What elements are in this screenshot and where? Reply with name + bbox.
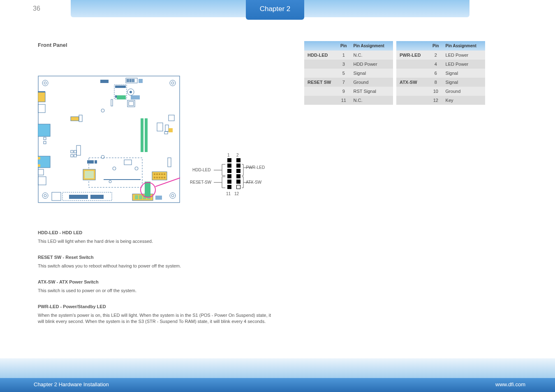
svg-rect-24 [117,95,126,99]
text-pwr-led: When the system's power is on, this LED … [38,312,272,325]
svg-rect-79 [161,173,163,175]
heading-hdd-led: HDD-LED - HDD LED [38,230,82,235]
heading-atx-sw: ATX-SW - ATX Power Switch [38,279,99,284]
text-atx-sw: This switch is used to power on or off t… [38,288,272,294]
svg-rect-32 [38,124,50,136]
svg-rect-62 [90,195,104,199]
table-row: RESET SW7Ground ATX-SW8Signal [304,78,485,87]
chapter-tab: Chapter 2 [246,0,304,20]
svg-rect-61 [69,195,88,199]
heading-reset-sw: RESET SW - Reset Switch [38,255,94,260]
svg-rect-35 [38,164,40,167]
svg-rect-85 [164,177,165,178]
table-row: HDD-LED1N.C. PWR-LED2LED Power [304,51,485,60]
svg-rect-86 [145,182,150,197]
footer-chapter: Chapter 2 Hardware Installation [34,381,109,387]
bottom-banner [0,358,555,378]
svg-rect-29 [38,92,45,102]
svg-rect-48 [71,117,79,121]
text-reset-sw: This switch allows you to reboot without… [38,263,272,269]
pin-assignment-table: Pin Pin Assignment Pin Pin Assignment HD… [304,41,485,105]
svg-rect-78 [159,173,160,175]
svg-rect-14 [100,80,109,83]
svg-point-23 [130,91,132,93]
text-hdd-led: This LED will light when the hard drive … [38,238,272,244]
table-row: 5Signal 6Signal [304,69,485,78]
front-panel-header-zoom: HDD-LED RESET-SW PWR-LED ATX-SW 1 2 11 1… [188,156,275,197]
motherboard-diagram [38,76,180,203]
th-pin-r: Pin [429,41,442,51]
svg-rect-65 [139,195,142,199]
svg-rect-21 [139,79,143,83]
footer-url: www.dfi.com [495,381,525,387]
table-row: 3HDD Power 4LED Power [304,60,485,69]
svg-rect-84 [161,177,163,178]
svg-rect-0 [38,76,180,203]
svg-rect-73 [169,128,173,132]
svg-rect-17 [128,79,130,82]
svg-rect-80 [164,173,165,175]
svg-rect-64 [135,195,138,199]
svg-rect-19 [132,79,133,82]
svg-rect-57 [87,160,94,164]
svg-rect-56 [85,171,94,178]
th-asg-r: Pin Assignment [442,41,485,51]
th-pin-l: Pin [337,41,350,51]
svg-rect-18 [130,79,131,82]
svg-rect-75 [152,172,167,180]
svg-rect-25 [131,95,140,99]
svg-rect-46 [104,179,141,180]
svg-rect-16 [127,79,128,82]
svg-rect-77 [156,173,158,175]
heading-pwr-led: PWR-LED - Power/Standby LED [38,304,106,309]
svg-rect-58 [95,160,97,164]
svg-rect-20 [133,79,134,82]
table-row: 11N.C. 12Key [304,96,485,105]
heading-front-panel: Front Panel [38,42,67,48]
footer: Chapter 2 Hardware Installation www.dfi.… [0,378,555,392]
svg-rect-34 [38,157,40,159]
table-row: 9RST Signal 10Ground [304,87,485,96]
th-asg-l: Pin Assignment [350,41,393,51]
svg-rect-40 [141,118,143,152]
svg-rect-76 [154,173,155,175]
svg-rect-82 [156,177,158,178]
svg-rect-81 [154,177,155,178]
svg-rect-83 [159,177,160,178]
svg-rect-30 [38,91,45,92]
svg-rect-41 [145,118,148,152]
th-blank-l [304,41,337,51]
svg-rect-12 [115,85,126,88]
th-blank-r [396,41,429,51]
svg-rect-68 [155,196,162,200]
page-number: 36 [33,5,40,12]
